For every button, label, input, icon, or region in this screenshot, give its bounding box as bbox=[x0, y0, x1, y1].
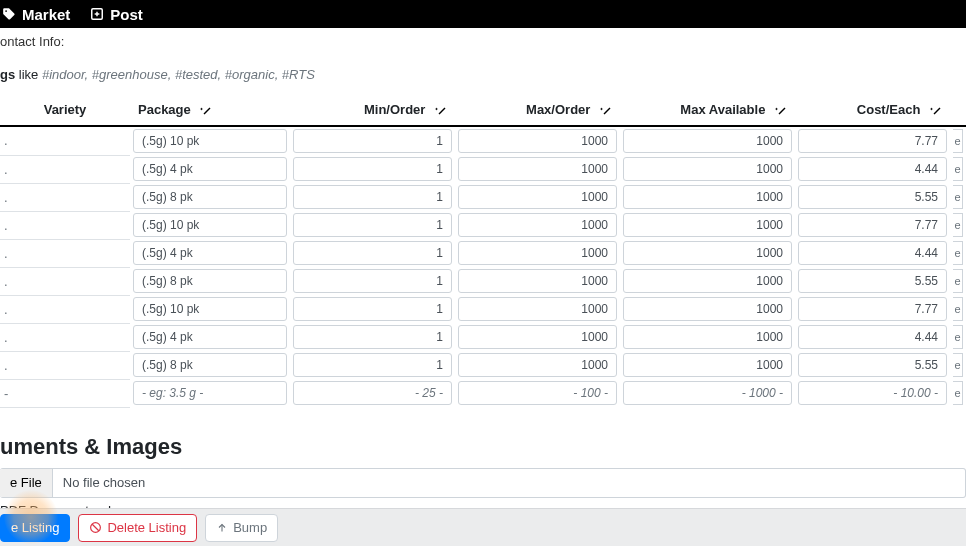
package-input[interactable] bbox=[133, 325, 287, 349]
variety-cell[interactable]: . bbox=[0, 211, 130, 239]
row-edge-button[interactable]: e bbox=[953, 185, 963, 209]
update-listing-button[interactable]: e Listing bbox=[0, 514, 70, 542]
row-edge-button[interactable]: e bbox=[953, 325, 963, 349]
magic-wand-icon[interactable] bbox=[435, 105, 447, 117]
cost-each-input[interactable] bbox=[798, 213, 947, 237]
package-input[interactable] bbox=[133, 129, 287, 153]
variety-cell[interactable]: . bbox=[0, 126, 130, 155]
row-edge-button[interactable]: e bbox=[953, 353, 963, 377]
nav-market[interactable]: Market bbox=[2, 6, 70, 23]
cost-each-input[interactable] bbox=[798, 241, 947, 265]
min-order-input[interactable] bbox=[293, 269, 452, 293]
cost-each-input[interactable] bbox=[798, 157, 947, 181]
package-input[interactable] bbox=[133, 353, 287, 377]
cost-each-input[interactable] bbox=[798, 353, 947, 377]
table-row: .e bbox=[0, 295, 966, 323]
cost-each-input[interactable] bbox=[798, 325, 947, 349]
choose-file-button[interactable]: e File bbox=[0, 469, 53, 497]
tag-icon bbox=[2, 7, 16, 21]
footer-bar: e Listing Delete Listing Bump bbox=[0, 508, 966, 546]
min-order-input[interactable] bbox=[293, 129, 452, 153]
tags-prefix: gs bbox=[0, 67, 15, 82]
max-available-input[interactable] bbox=[623, 241, 792, 265]
col-max: Max/Order bbox=[455, 96, 620, 126]
package-input[interactable] bbox=[133, 213, 287, 237]
max-order-input[interactable] bbox=[458, 185, 617, 209]
package-input[interactable] bbox=[133, 297, 287, 321]
bump-button[interactable]: Bump bbox=[205, 514, 278, 542]
tags-hint-text: #indoor, #greenhouse, #tested, #organic,… bbox=[42, 67, 315, 82]
max-order-input[interactable] bbox=[458, 157, 617, 181]
min-order-input[interactable] bbox=[293, 381, 452, 405]
cost-each-input[interactable] bbox=[798, 129, 947, 153]
min-order-input[interactable] bbox=[293, 241, 452, 265]
max-order-input[interactable] bbox=[458, 129, 617, 153]
nav-market-label: Market bbox=[22, 6, 70, 23]
cost-each-input[interactable] bbox=[798, 381, 947, 405]
file-upload-row: e File No file chosen bbox=[0, 468, 966, 498]
magic-wand-icon[interactable] bbox=[600, 105, 612, 117]
svg-line-4 bbox=[93, 524, 100, 531]
row-edge-button[interactable]: e bbox=[953, 241, 963, 265]
max-available-input[interactable] bbox=[623, 213, 792, 237]
max-order-input[interactable] bbox=[458, 269, 617, 293]
variety-cell[interactable]: - bbox=[0, 379, 130, 407]
max-available-input[interactable] bbox=[623, 297, 792, 321]
max-available-input[interactable] bbox=[623, 325, 792, 349]
min-order-input[interactable] bbox=[293, 353, 452, 377]
listing-table-wrap: Variety Package Min/Order Max/Order bbox=[0, 96, 966, 408]
nav-post[interactable]: Post bbox=[90, 6, 143, 23]
magic-wand-icon[interactable] bbox=[930, 105, 942, 117]
col-variety: Variety bbox=[0, 96, 130, 126]
variety-cell[interactable]: . bbox=[0, 351, 130, 379]
row-edge-button[interactable]: e bbox=[953, 213, 963, 237]
magic-wand-icon[interactable] bbox=[775, 105, 787, 117]
table-row-placeholder: -e bbox=[0, 379, 966, 407]
row-edge-button[interactable]: e bbox=[953, 269, 963, 293]
cost-each-input[interactable] bbox=[798, 185, 947, 209]
arrow-up-icon bbox=[216, 522, 228, 534]
min-order-input[interactable] bbox=[293, 297, 452, 321]
package-input[interactable] bbox=[133, 269, 287, 293]
row-edge-button[interactable]: e bbox=[953, 381, 963, 405]
row-edge-button[interactable]: e bbox=[953, 129, 963, 153]
row-edge-button[interactable]: e bbox=[953, 297, 963, 321]
variety-cell[interactable]: . bbox=[0, 239, 130, 267]
min-order-input[interactable] bbox=[293, 325, 452, 349]
tags-hint-row: gs like #indoor, #greenhouse, #tested, #… bbox=[0, 55, 966, 96]
package-input[interactable] bbox=[133, 157, 287, 181]
max-order-input[interactable] bbox=[458, 241, 617, 265]
table-row: .e bbox=[0, 267, 966, 295]
variety-cell[interactable]: . bbox=[0, 295, 130, 323]
variety-cell[interactable]: . bbox=[0, 267, 130, 295]
min-order-input[interactable] bbox=[293, 157, 452, 181]
variety-cell[interactable]: . bbox=[0, 183, 130, 211]
nav-post-label: Post bbox=[110, 6, 143, 23]
package-input[interactable] bbox=[133, 185, 287, 209]
row-edge-button[interactable]: e bbox=[953, 157, 963, 181]
max-order-input[interactable] bbox=[458, 381, 617, 405]
max-available-input[interactable] bbox=[623, 269, 792, 293]
package-input[interactable] bbox=[133, 381, 287, 405]
max-order-input[interactable] bbox=[458, 353, 617, 377]
max-available-input[interactable] bbox=[623, 185, 792, 209]
magic-wand-icon[interactable] bbox=[200, 105, 212, 117]
col-edge bbox=[950, 96, 966, 126]
max-order-input[interactable] bbox=[458, 297, 617, 321]
col-cost: Cost/Each bbox=[795, 96, 950, 126]
package-input[interactable] bbox=[133, 241, 287, 265]
max-available-input[interactable] bbox=[623, 157, 792, 181]
variety-cell[interactable]: . bbox=[0, 323, 130, 351]
max-available-input[interactable] bbox=[623, 129, 792, 153]
max-order-input[interactable] bbox=[458, 325, 617, 349]
min-order-input[interactable] bbox=[293, 213, 452, 237]
cost-each-input[interactable] bbox=[798, 269, 947, 293]
cost-each-input[interactable] bbox=[798, 297, 947, 321]
variety-cell[interactable]: . bbox=[0, 155, 130, 183]
min-order-input[interactable] bbox=[293, 185, 452, 209]
max-available-input[interactable] bbox=[623, 353, 792, 377]
col-min: Min/Order bbox=[290, 96, 455, 126]
max-available-input[interactable] bbox=[623, 381, 792, 405]
delete-listing-button[interactable]: Delete Listing bbox=[78, 514, 197, 542]
max-order-input[interactable] bbox=[458, 213, 617, 237]
